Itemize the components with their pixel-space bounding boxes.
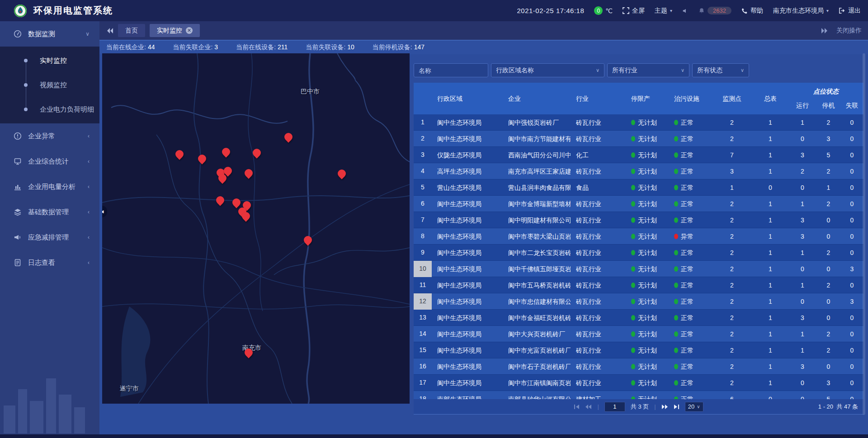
status-dot	[674, 283, 678, 288]
stat-lost-devices: 当前失联设备:10	[306, 43, 354, 52]
col-run: 运行	[788, 102, 816, 110]
board-icon	[14, 157, 22, 165]
logout-button[interactable]: 退出	[839, 7, 861, 15]
app-logo-icon	[14, 4, 27, 18]
col-points: 监测点	[712, 83, 752, 114]
table-row[interactable]: 4 高坪生态环境局 南充市高坪区王家店建 砖瓦行业 无计划 正常 3 1 2 2…	[414, 163, 863, 179]
table-row[interactable]: 7 阆中生态环境局 阆中明阳建材有限公司 砖瓦行业 无计划 正常 2 1 3 0…	[414, 212, 863, 228]
next-page-button[interactable]	[661, 404, 668, 410]
col-meter: 总表	[752, 83, 788, 114]
bullet-dot-icon	[24, 108, 28, 111]
tabs-scroll-left-button[interactable]	[106, 28, 113, 34]
table-row[interactable]: 11 阆中生态环境局 阆中市五马桥页岩机砖 砖瓦行业 无计划 正常 2 1 1 …	[414, 277, 863, 293]
skyline-decoration	[0, 366, 99, 433]
table-row[interactable]: 1 阆中生态环境局 阆中强锐页岩砖厂 砖瓦行业 无计划 正常 2 1 1 2 0	[414, 114, 863, 131]
close-operations-button[interactable]: 关闭操作	[836, 27, 862, 35]
sidebar-item-enterprise-anomaly[interactable]: 企业异常 ‹	[0, 123, 99, 149]
sidebar: 数据监测 ∨ 实时监控 视频监控 企业电力负荷明细	[0, 21, 99, 438]
stats-bar: 当前在线企业:44 当前失联企业:3 当前在线设备:211 当前失联设备:10 …	[99, 40, 868, 54]
sidebar-subitem[interactable]: 视频监控	[0, 73, 99, 97]
chevron-left-icon: ‹	[88, 234, 90, 240]
help-button[interactable]: 帮助	[741, 7, 763, 15]
status-dot	[674, 169, 678, 174]
page-number-input[interactable]	[604, 402, 625, 412]
region-select[interactable]: 行政区域名称∨	[491, 63, 604, 77]
map-panel[interactable]: 巴中市 南充市 遂宁市	[102, 53, 410, 404]
status-dot	[674, 331, 678, 337]
tab-realtime-monitor[interactable]: 实时监控 ✕	[150, 24, 200, 37]
status-dot	[631, 136, 635, 141]
table-row[interactable]: 17 阆中生态环境局 阆中市江南镇阆南页岩 砖瓦行业 无计划 正常 2 1 0 …	[414, 375, 863, 391]
total-pages-label: 共 3 页	[631, 403, 649, 411]
table-row[interactable]: 6 阆中生态环境局 阆中市金博瑞新型墙材 砖瓦行业 无计划 正常 2 1 1 2…	[414, 196, 863, 212]
industry-select[interactable]: 所有行业∨	[607, 63, 689, 77]
last-page-button[interactable]	[674, 404, 679, 410]
col-industry: 行业	[571, 83, 626, 114]
status-select[interactable]: 所有状态∨	[692, 63, 749, 77]
chevron-down-icon: ∨	[85, 31, 90, 37]
status-dot	[631, 315, 635, 320]
sidebar-item-power-analysis[interactable]: 企业用电量分析 ‹	[0, 174, 99, 199]
chevron-left-icon: ‹	[88, 184, 90, 190]
chevron-down-icon: ∨	[697, 404, 700, 409]
sidebar-item-data-monitoring[interactable]: 数据监测 ∨	[0, 21, 99, 47]
tab-close-icon[interactable]: ✕	[186, 27, 193, 34]
chevron-left-icon: ‹	[88, 158, 90, 165]
sidebar-item-enterprise-stats[interactable]: 企业综合统计 ‹	[0, 149, 99, 174]
table-row[interactable]: 8 阆中生态环境局 阆中市枣碧大梁山页岩 砖瓦行业 无计划 异常 2 1 3 0…	[414, 228, 863, 245]
table-row[interactable]: 16 阆中生态环境局 阆中市石子页岩机砖厂 砖瓦行业 无计划 正常 2 1 3 …	[414, 358, 863, 375]
tab-bar: 首页 实时监控 ✕ 关闭操作	[99, 21, 868, 40]
table-row[interactable]: 18 南部生态环境局 南部县砂华山河有限公 建材加工 无计划 正常 6 0 0 …	[414, 391, 863, 399]
sidebar-item-emergency[interactable]: 应急减排管理 ‹	[0, 225, 99, 250]
notification-count-badge: 2632	[708, 7, 731, 14]
table-row[interactable]: 3 仪陇生态环境局 西南油气田分公司川中 化工 无计划 正常 7 1 3 5 0	[414, 147, 863, 163]
status-dot	[674, 234, 678, 239]
first-page-button[interactable]	[574, 404, 580, 410]
sidebar-subitem[interactable]: 实时监控	[0, 48, 99, 73]
tab-bar-right: 关闭操作	[821, 27, 868, 35]
table-row[interactable]: 9 阆中生态环境局 阆中市二龙长宝页岩砖 砖瓦行业 无计划 正常 2 1 1 2…	[414, 245, 863, 261]
status-dot	[631, 169, 635, 174]
sidebar-subitem[interactable]: 企业电力负荷明细	[0, 97, 99, 122]
megaphone-icon	[14, 233, 22, 241]
status-dot	[674, 364, 678, 369]
sidebar-item-base-data[interactable]: 基础数据管理 ‹	[0, 199, 99, 225]
table-row[interactable]: 10 阆中生态环境局 阆中千佛镇五郎垭页岩 砖瓦行业 无计划 正常 2 1 0 …	[414, 261, 863, 277]
table-row[interactable]: 13 阆中生态环境局 阆中市金福旺页岩机砖 砖瓦行业 无计划 正常 2 1 3 …	[414, 310, 863, 326]
notification-area[interactable]: 2632	[698, 7, 731, 14]
table-row[interactable]: 5 营山生态环境局 营山县润丰肉食品有限 食品 无计划 正常 1 0 0 1 0	[414, 179, 863, 196]
sidebar-item-logs[interactable]: 日志查看 ‹	[0, 250, 99, 275]
chevron-down-icon: ∨	[736, 67, 744, 73]
top-header: 环保用电监管系统 2021-02-25 17:46:18 0 ℃ 全屏 主题▾ …	[0, 0, 868, 21]
double-chevron-right-icon[interactable]	[821, 28, 828, 34]
bottom-strip	[0, 434, 868, 438]
warning-circle-icon	[14, 132, 22, 140]
col-lost: 失联	[840, 102, 863, 110]
table-row[interactable]: 2 阆中生态环境局 阆中市南方节能建材有 砖瓦行业 无计划 正常 2 1 0 3…	[414, 131, 863, 147]
app-title: 环保用电监管系统	[33, 5, 113, 17]
table-row[interactable]: 14 阆中生态环境局 阆中大兴页岩机砖厂 砖瓦行业 无计划 正常 2 1 1 2…	[414, 326, 863, 342]
status-dot	[631, 234, 635, 239]
fullscreen-button[interactable]: 全屏	[623, 7, 645, 15]
temperature-badge: 0	[594, 6, 603, 15]
tab-home[interactable]: 首页	[118, 24, 145, 37]
prev-page-button[interactable]	[585, 404, 592, 410]
name-search-input[interactable]	[414, 63, 488, 77]
page-size-select[interactable]: 20∨	[685, 402, 703, 412]
divider: |	[597, 403, 599, 410]
org-dropdown[interactable]: 南充市生态环境局▾	[773, 7, 829, 15]
scrollbar[interactable]	[863, 53, 865, 415]
theme-button[interactable]: 主题▾	[655, 7, 672, 15]
status-dot	[674, 152, 678, 158]
status-dot	[674, 266, 678, 272]
status-dot	[674, 120, 678, 125]
speaker-icon	[682, 8, 689, 14]
mute-button[interactable]	[682, 8, 689, 14]
col-stop: 停机	[816, 102, 840, 110]
fullscreen-icon	[623, 7, 629, 14]
table-row[interactable]: 15 阆中生态环境局 阆中市光富页岩机砖厂 砖瓦行业 无计划 正常 2 1 1 …	[414, 342, 863, 358]
chevron-down-icon: ∨	[676, 67, 684, 73]
table-row[interactable]: 12 阆中生态环境局 阆中市忠信建材有限公 砖瓦行业 无计划 正常 2 1 0 …	[414, 293, 863, 310]
status-dot	[674, 250, 678, 255]
temperature-unit: ℃	[605, 7, 613, 14]
